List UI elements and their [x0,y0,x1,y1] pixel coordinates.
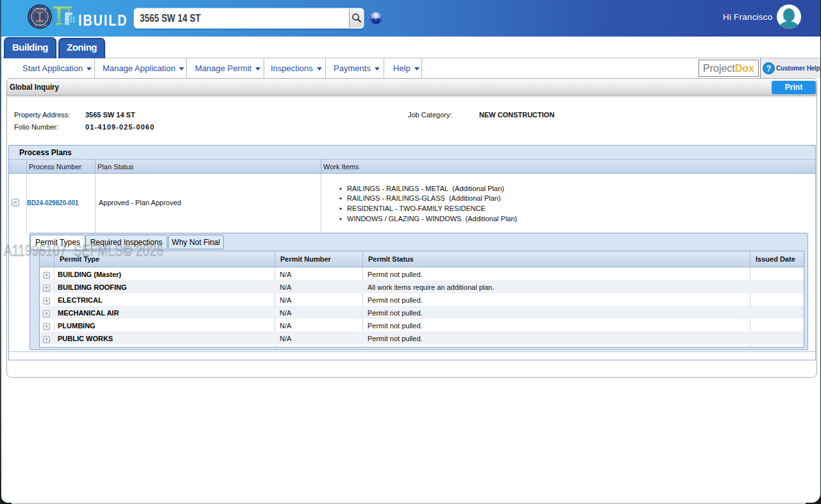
svg-text:F L O R I D A: F L O R I D A [35,24,47,27]
svg-text:C I T Y: C I T Y [33,8,40,10]
svg-text:M I A: M I A [42,8,47,10]
